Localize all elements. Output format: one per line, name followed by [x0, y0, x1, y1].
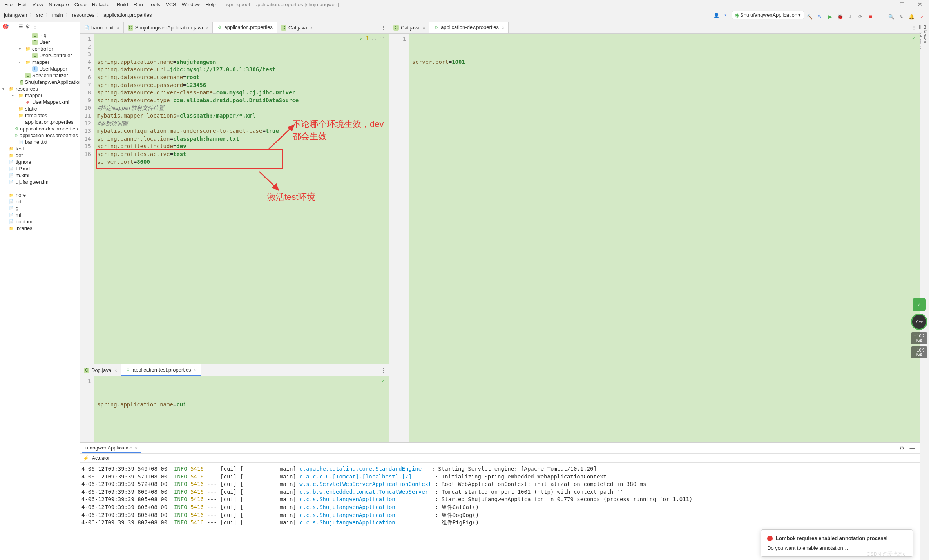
code-line[interactable]: #参数项调整 — [97, 120, 386, 128]
code-line[interactable]: spring.application.name=cui — [97, 401, 386, 409]
menu-item[interactable]: Code — [72, 1, 89, 8]
toolbar-action-icon[interactable]: 🔍 — [886, 12, 896, 22]
tree-item[interactable]: 📁get — [0, 152, 80, 159]
toolbar-action-icon[interactable]: 🐞 — [835, 12, 845, 22]
breadcrumb-item[interactable]: application.properties — [102, 11, 154, 19]
tree-chevron-icon[interactable]: ▾ — [19, 47, 24, 51]
run-tab[interactable]: ufangwenApplication × — [82, 444, 141, 453]
menu-item[interactable]: Run — [131, 1, 146, 8]
tabs-more-icon[interactable]: ⋮ — [378, 367, 389, 373]
toolbar-action-icon[interactable]: ⏹ — [866, 12, 876, 22]
project-toolbar-icon[interactable]: ⋮ — [33, 24, 38, 29]
tree-item[interactable]: 📁ibraries — [0, 225, 80, 232]
tree-chevron-icon[interactable]: ▾ — [12, 93, 16, 98]
toolbar-action-icon[interactable]: ↻ — [815, 12, 825, 22]
code-line[interactable]: spring.application.name=shujufangwen — [97, 58, 386, 66]
tree-item[interactable]: CPig — [0, 32, 80, 39]
close-icon[interactable]: × — [310, 25, 313, 30]
code-line[interactable]: server.port=8000 — [97, 158, 386, 166]
code-line[interactable]: spring.banner.location=classpath:banner.… — [97, 135, 386, 143]
minimize-icon[interactable]: — — [907, 443, 917, 453]
tree-item[interactable]: 📁nore — [0, 192, 80, 198]
code-line[interactable] — [97, 174, 386, 181]
code-line[interactable]: server.port=1001 — [412, 58, 916, 66]
tree-item[interactable]: 📄nd — [0, 198, 80, 205]
breadcrumb-item[interactable]: src — [34, 11, 44, 19]
tree-item[interactable]: 📁test — [0, 145, 80, 152]
toolbar-action-icon[interactable]: ▶ — [825, 12, 835, 22]
code-line[interactable]: #指定mapper映射文件位置 — [97, 104, 386, 112]
next-issue-icon[interactable]: ﹀ — [380, 35, 384, 42]
toolbar-action-icon[interactable]: ↗ — [916, 12, 927, 22]
tree-item[interactable]: 📄boot.iml — [0, 218, 80, 225]
tree-item[interactable]: IUserMapper — [0, 65, 80, 72]
project-toolbar-icon[interactable]: ⚙ — [25, 24, 30, 29]
code-line[interactable]: spring.profiles.active=test — [97, 150, 386, 158]
tree-item[interactable] — [0, 185, 80, 192]
tree-item[interactable]: CServletInitializer — [0, 72, 80, 79]
close-icon[interactable]: × — [423, 25, 425, 30]
tree-item[interactable]: 📄g — [0, 205, 80, 212]
inline-inspections[interactable]: ✓ 1 ︿ ﹀ — [360, 35, 384, 42]
code-line[interactable]: mybatis.configuration.map-underscore-to-… — [97, 127, 386, 135]
tree-item[interactable]: 📁static — [0, 105, 80, 112]
maximize-button[interactable]: ☐ — [893, 0, 911, 9]
user-icon[interactable]: 👤 — [711, 10, 721, 20]
menu-item[interactable]: Tools — [146, 1, 163, 8]
tree-item[interactable]: ◆UserMapper.xml — [0, 99, 80, 105]
tabs-more-icon[interactable]: ⋮ — [378, 25, 389, 31]
code-line[interactable]: mybatis.mapper-locations=classpath:/mapp… — [97, 112, 386, 120]
run-config-selector[interactable]: ◉ ShujufangwenApplication ▾ — [732, 11, 804, 19]
editor-tab[interactable]: CCat.java× — [277, 22, 317, 33]
toolbar-action-icon[interactable]: 🔔 — [906, 12, 916, 22]
code-line[interactable]: spring.datasource.username=root — [97, 74, 386, 82]
editor-tab[interactable]: ⚙application.properties — [213, 22, 277, 33]
menu-item[interactable]: Refactor — [89, 1, 114, 8]
menu-item[interactable]: Help — [203, 1, 219, 8]
editor-bottom[interactable]: 1 ✓ spring.application.name=cui — [80, 376, 389, 442]
menu-item[interactable]: VCS — [163, 1, 179, 8]
code-line[interactable]: spring.datasource.url=jdbc:mysql://127.0… — [97, 66, 386, 74]
editor-tab[interactable]: CDog.java× — [80, 364, 121, 376]
close-icon[interactable]: × — [194, 368, 197, 372]
tree-item[interactable]: ▾📁mapper — [0, 92, 80, 99]
menu-item[interactable]: View — [29, 1, 46, 8]
menu-item[interactable]: Edit — [15, 1, 29, 8]
tree-item[interactable]: CShujufangwenApplication — [0, 79, 80, 85]
tree-item[interactable]: ▾📁resources — [0, 85, 80, 92]
code-line[interactable]: spring.datasource.driver-class-name=com.… — [97, 89, 386, 97]
project-toolbar-icon[interactable]: — — [11, 24, 16, 29]
tree-item[interactable]: ⚙application.properties — [0, 119, 80, 125]
menu-item[interactable]: Navigate — [46, 1, 71, 8]
shield-icon[interactable]: ✓ — [913, 298, 926, 311]
toolbar-action-icon[interactable]: 🔨 — [804, 12, 815, 22]
toolbar-action-icon[interactable]: ✎ — [896, 12, 906, 22]
code-bottom[interactable]: ✓ spring.application.name=cui — [94, 376, 389, 442]
close-icon[interactable]: × — [117, 25, 119, 30]
code-main[interactable]: ✓ 1 ︿ ﹀ spring.application.name=shujufan… — [94, 34, 389, 364]
tree-item[interactable]: ▾📁controller — [0, 45, 80, 52]
editor-tab[interactable]: CShujufangwenApplication.java× — [124, 22, 213, 33]
back-nav-icon[interactable]: ↶ — [721, 10, 732, 20]
close-icon[interactable]: × — [502, 25, 504, 30]
editor-tab[interactable]: ⚙application-test.properties× — [121, 364, 201, 376]
project-toolbar-icon[interactable]: ☰ — [18, 24, 23, 29]
menu-item[interactable]: Build — [114, 1, 131, 8]
editor-tab[interactable]: 📄banner.txt× — [80, 22, 124, 33]
menu-item[interactable]: Window — [179, 1, 203, 8]
close-window-button[interactable]: ✕ — [911, 0, 929, 9]
tree-item[interactable]: ⚙application-test.properties — [0, 132, 80, 139]
breadcrumb-item[interactable]: jufangwen — [2, 11, 29, 19]
toolbar-action-icon[interactable]: ⟳ — [855, 12, 866, 22]
maven-tool-tab[interactable]: m Maven — [923, 25, 927, 549]
tree-item[interactable]: 📄ujufangwen.iml — [0, 179, 80, 185]
menu-item[interactable]: File — [2, 1, 15, 8]
tree-item[interactable]: ▾📁mapper — [0, 59, 80, 65]
tree-item[interactable]: 📄tignore — [0, 159, 80, 165]
tree-item[interactable]: ⚙application-dev.properties — [0, 125, 80, 132]
tree-chevron-icon[interactable]: ▾ — [2, 87, 7, 91]
close-icon[interactable]: × — [114, 368, 117, 373]
project-toolbar-icon[interactable]: 🎯 — [2, 24, 9, 29]
tree-item[interactable]: 📄m.xml — [0, 172, 80, 179]
code-right[interactable]: ✓ server.port=1001 — [409, 34, 920, 442]
